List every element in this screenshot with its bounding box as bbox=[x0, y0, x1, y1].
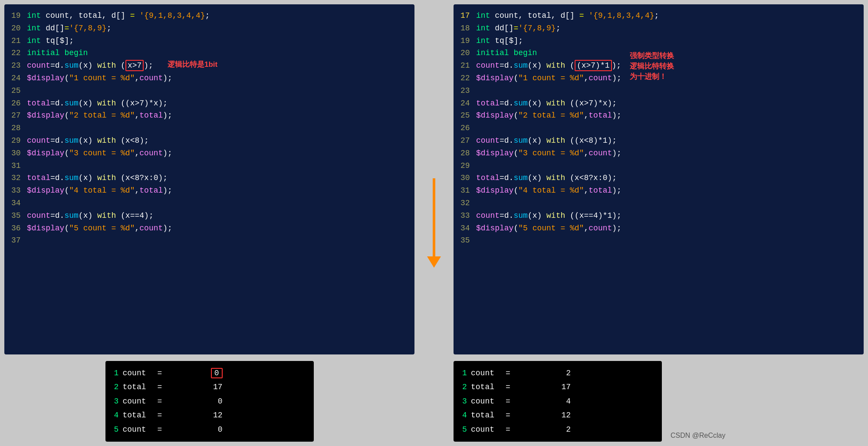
code-line-37: 37 bbox=[11, 234, 408, 247]
code-line-36: 36 $display("5 count = %d",count); bbox=[11, 222, 408, 235]
right-code-panel: 17 int count, total, d[] = '{9,1,8,3,4,4… bbox=[454, 4, 864, 354]
r-code-line-28: 28 $display("3 count = %d",count); bbox=[460, 147, 857, 160]
r-code-line-19: 19 int tq[$]; bbox=[460, 35, 857, 47]
code-line-22: 22 initial begin bbox=[11, 47, 408, 59]
r-code-line-21: 21 count=d.sum(x) with ((x>7)*1); 强制类型转换… bbox=[460, 59, 857, 72]
r-code-line-24: 24 total=d.sum(x) with ((x>7)*x); bbox=[460, 97, 857, 110]
output-line-1-left: 1 count = 0 bbox=[114, 366, 305, 380]
right-code-block: 17 int count, total, d[] = '{9,1,8,3,4,4… bbox=[454, 4, 864, 354]
highlight-x7-right: (x>7)*1 bbox=[575, 60, 612, 71]
r-code-line-34: 34 $display("5 count = %d",count); bbox=[460, 222, 857, 235]
code-line-21: 21 int tq[$]; bbox=[11, 35, 408, 47]
output-line-4-left: 4 total = 12 bbox=[114, 408, 305, 422]
left-code-block: 19 int count, total, d[] = '{9,1,8,3,4,4… bbox=[4, 4, 414, 354]
arrow-line bbox=[433, 178, 435, 256]
r-code-line-18: 18 int dd[]='{7,8,9}; bbox=[460, 22, 857, 35]
code-line-24: 24 $display("1 count = %d",count); bbox=[11, 72, 408, 85]
r-code-line-30: 30 total=d.sum(x) with (x<8?x:0); bbox=[460, 172, 857, 184]
code-line-23: 23 count=d.sum(x) with (x>7); 逻辑比特是1bit bbox=[11, 59, 408, 72]
output-line-4-right: 4 total = 12 bbox=[462, 408, 653, 422]
code-line-26: 26 total=d.sum(x) with ((x>7)*x); bbox=[11, 97, 408, 110]
code-line-20: 20 int dd[]='{7,8,9}; bbox=[11, 22, 408, 35]
output-line-3-left: 3 count = 0 bbox=[114, 394, 305, 408]
annotation-left: 逻辑比特是1bit bbox=[168, 59, 217, 70]
code-line-29: 29 count=d.sum(x) with (x<8); bbox=[11, 134, 408, 147]
code-line-27: 27 $display("2 total = %d",total); bbox=[11, 109, 408, 122]
watermark: CSDN @ReCclay bbox=[671, 432, 725, 442]
right-output-area: 1 count = 2 2 total = 17 3 bbox=[454, 361, 864, 442]
r-code-line-29: 29 bbox=[460, 160, 857, 172]
code-line-19: 19 int count, total, d[] = '{9,1,8,3,4,4… bbox=[11, 10, 408, 22]
output-line-1-right: 1 count = 2 bbox=[462, 366, 653, 380]
output-line-3-right: 3 count = 4 bbox=[462, 394, 653, 408]
r-code-line-26: 26 bbox=[460, 122, 857, 134]
code-line-30: 30 $display("3 count = %d",count); bbox=[11, 147, 408, 160]
r-code-line-31: 31 $display("4 total = %d",total); bbox=[460, 184, 857, 197]
arrow-separator bbox=[421, 4, 447, 354]
code-line-34: 34 bbox=[11, 197, 408, 210]
output-line-5-left: 5 count = 0 bbox=[114, 423, 305, 436]
code-line-32: 32 total=d.sum(x) with (x<8?x:0); bbox=[11, 172, 408, 184]
r-code-line-35: 35 bbox=[460, 234, 857, 247]
r-code-line-33: 33 count=d.sum(x) with ((x==4)*1); bbox=[460, 210, 857, 222]
code-line-28: 28 bbox=[11, 122, 408, 134]
r-code-line-17: 17 int count, total, d[] = '{9,1,8,3,4,4… bbox=[460, 10, 857, 22]
code-line-33: 33 $display("4 total = %d",total); bbox=[11, 184, 408, 197]
annotation-right: 强制类型转换逻辑比特转换为十进制！ bbox=[630, 51, 674, 82]
output-line-5-right: 5 count = 2 bbox=[462, 423, 653, 436]
highlight-x7-left: x>7 bbox=[125, 60, 144, 71]
r-code-line-23: 23 bbox=[460, 85, 857, 97]
main-container: 19 int count, total, d[] = '{9,1,8,3,4,4… bbox=[0, 0, 868, 446]
code-line-25: 25 bbox=[11, 85, 408, 97]
right-output-block: 1 count = 2 2 total = 17 3 bbox=[454, 361, 662, 442]
arrow-head bbox=[427, 256, 441, 268]
left-output-block: 1 count = 0 2 total = 17 bbox=[105, 361, 314, 442]
output-val-1-highlighted: 0 bbox=[211, 368, 223, 378]
r-code-line-32: 32 bbox=[460, 197, 857, 210]
left-output-area: 1 count = 0 2 total = 17 bbox=[4, 361, 414, 442]
left-code-panel: 19 int count, total, d[] = '{9,1,8,3,4,4… bbox=[4, 4, 414, 354]
output-line-2-left: 2 total = 17 bbox=[114, 380, 305, 394]
r-code-line-27: 27 count=d.sum(x) with ((x<8)*1); bbox=[460, 134, 857, 147]
code-line-35: 35 count=d.sum(x) with (x==4); bbox=[11, 210, 408, 222]
output-line-2-right: 2 total = 17 bbox=[462, 380, 653, 394]
code-line-31: 31 bbox=[11, 160, 408, 172]
r-code-line-25: 25 $display("2 total = %d",total); bbox=[460, 109, 857, 122]
